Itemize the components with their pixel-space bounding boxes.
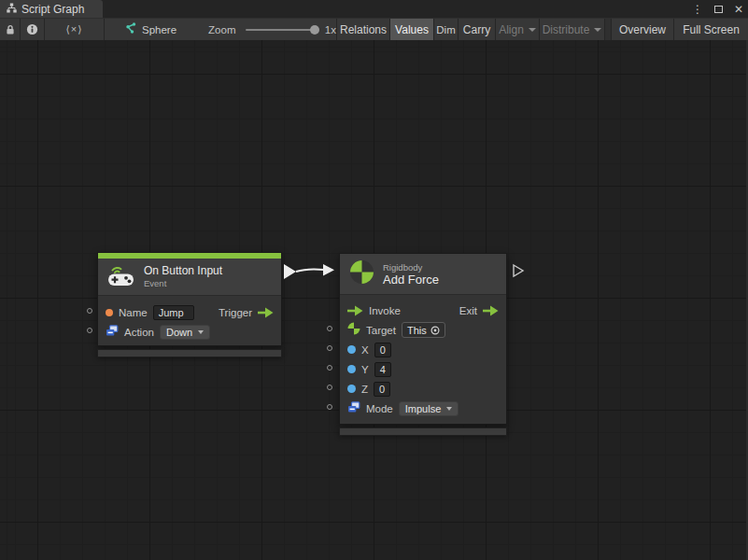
code-view-button[interactable]: ⟨×⟩	[45, 19, 105, 40]
node-add-force[interactable]: Rigidbody Add Force Invoke Exit	[339, 253, 507, 436]
z-label: Z	[361, 384, 368, 395]
connection-trigger-to-invoke[interactable]	[276, 259, 342, 284]
values-button[interactable]: Values	[390, 19, 434, 40]
code-view-icon: ⟨×⟩	[65, 23, 82, 35]
rigidbody-icon	[349, 259, 374, 288]
trigger-output-port[interactable]	[258, 307, 274, 318]
script-graph-icon	[7, 3, 17, 16]
node-footer	[339, 427, 507, 436]
node-row-mode: Mode Impulse	[340, 399, 506, 418]
zoom-slider[interactable]	[246, 29, 316, 31]
exit-label: Exit	[459, 305, 477, 316]
node-header[interactable]: On Button Input Event	[98, 259, 281, 296]
name-label: Name	[119, 307, 148, 318]
input-port-name[interactable]	[87, 308, 92, 314]
exit-connection-hint-icon[interactable]	[512, 263, 525, 278]
float-type-icon	[347, 345, 356, 354]
window-titlebar: Script Graph ⋮ ✕	[0, 0, 748, 18]
trigger-label: Trigger	[219, 307, 252, 318]
name-input[interactable]: Jump	[153, 305, 194, 320]
rigidbody-type-icon	[347, 322, 360, 339]
y-label: Y	[361, 364, 369, 375]
window-controls: ⋮ ✕	[690, 0, 746, 18]
node-row-z: Z 0	[340, 379, 506, 399]
node-supertitle: Rigidbody	[383, 262, 439, 273]
input-port-action[interactable]	[87, 328, 92, 333]
graph-asset-icon	[125, 22, 136, 36]
node-title: On Button Input	[144, 264, 222, 277]
node-on-button-input[interactable]: On Button Input Event Name Jump Trigger	[97, 252, 282, 357]
unity-script-graph-window: { "titlebar": { "tab_title": "Script Gra…	[0, 0, 748, 560]
input-port-mode[interactable]	[327, 404, 332, 410]
node-footer	[97, 349, 282, 357]
input-port-x[interactable]	[327, 345, 332, 351]
input-port-target[interactable]	[327, 326, 332, 331]
toolbar-separator	[605, 19, 612, 40]
node-body: Invoke Exit	[340, 295, 506, 424]
dim-button[interactable]: Dim	[434, 19, 459, 40]
float-type-icon	[347, 385, 356, 393]
invoke-label: Invoke	[369, 305, 401, 316]
zoom-label: Zoom	[208, 24, 235, 35]
carry-button[interactable]: Carry	[459, 19, 496, 40]
graph-canvas[interactable]: On Button Input Event Name Jump Trigger	[0, 40, 748, 560]
gamepad-icon	[107, 263, 135, 290]
distribute-button[interactable]: Distribute	[540, 19, 605, 40]
node-body: Name Jump Trigger	[98, 296, 281, 345]
close-icon[interactable]: ✕	[731, 2, 746, 17]
z-input[interactable]: 0	[374, 382, 390, 397]
float-type-icon	[347, 365, 356, 373]
y-input[interactable]: 4	[374, 362, 391, 377]
zoom-value: 1x	[325, 24, 336, 35]
chevron-down-icon	[198, 330, 204, 334]
info-icon	[26, 23, 38, 35]
node-row-x: X 0	[340, 340, 506, 359]
exit-output-port[interactable]	[483, 305, 499, 316]
node-subtitle: Event	[144, 278, 222, 289]
node-row-invoke: Invoke Exit	[340, 301, 506, 320]
action-label: Action	[124, 327, 154, 338]
overview-button[interactable]: Overview	[612, 19, 674, 40]
mode-dropdown[interactable]: Impulse	[399, 401, 459, 416]
target-label: Target	[366, 325, 396, 336]
mode-label: Mode	[366, 403, 393, 414]
tab-script-graph[interactable]: Script Graph	[0, 0, 103, 18]
node-row-action: Action Down	[98, 322, 281, 342]
input-port-y[interactable]	[327, 365, 332, 371]
lock-icon	[6, 24, 15, 35]
window-menu-icon[interactable]: ⋮	[690, 2, 705, 17]
tab-title: Script Graph	[21, 3, 84, 16]
action-dropdown[interactable]: Down	[160, 325, 210, 340]
chevron-down-icon	[529, 28, 536, 32]
zoom-slider-knob[interactable]	[310, 25, 319, 35]
graph-name: Sphere	[142, 24, 176, 35]
fullscreen-button[interactable]: Full Screen	[674, 19, 748, 40]
node-header[interactable]: Rigidbody Add Force	[340, 254, 506, 295]
node-row-y: Y 4	[340, 359, 506, 379]
graph-zoom-section: Sphere Zoom 1x	[105, 19, 337, 40]
info-button[interactable]	[21, 19, 45, 40]
maximize-icon[interactable]	[711, 2, 726, 17]
chevron-down-icon	[594, 28, 601, 32]
node-row-name: Name Jump Trigger	[98, 302, 281, 322]
relations-button[interactable]: Relations	[337, 19, 390, 40]
chevron-down-icon	[446, 407, 452, 411]
toolbar: ⟨×⟩ Sphere Zoom 1x Relations Values Dim …	[0, 18, 748, 40]
align-button[interactable]: Align	[496, 19, 540, 40]
object-picker-icon[interactable]	[430, 326, 440, 335]
lock-button[interactable]	[0, 19, 21, 40]
target-object-field[interactable]: This	[402, 322, 445, 338]
enum-type-icon	[106, 324, 119, 341]
node-title: Add Force	[383, 273, 439, 287]
invoke-input-port[interactable]	[347, 305, 363, 316]
x-input[interactable]: 0	[374, 343, 391, 357]
x-label: X	[361, 344, 369, 356]
node-row-target: Target This	[340, 320, 506, 340]
enum-type-icon	[347, 400, 360, 417]
string-type-icon	[106, 309, 113, 316]
input-port-z[interactable]	[327, 385, 332, 390]
